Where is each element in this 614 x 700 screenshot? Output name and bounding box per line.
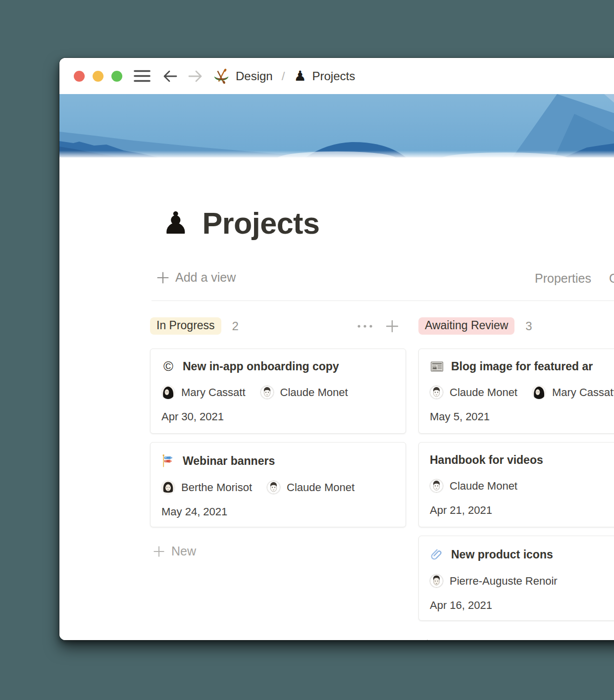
avatar-pierre-auguste-renoir [430,574,443,588]
canoe-icon [213,68,230,84]
paperclip-icon [430,547,444,562]
avatar-claude-monet [430,386,443,399]
zoom-window-button[interactable] [111,71,122,82]
window-titlebar: Design / ♟ Projects [59,58,614,94]
group-by-button[interactable]: Group byStatus [609,271,614,286]
card-date: May 5, 2021 [430,410,614,423]
card-title: New product icons [451,548,553,561]
person-name: Pierre-Auguste Renoir [450,575,558,588]
card-date: May 24, 2021 [161,505,395,518]
avatar-claude-monet [267,481,280,494]
board-column-in-progress: In Progress 2 © New in-app onboarding co… [150,317,406,640]
add-card-label: New [171,544,196,558]
column-header: In Progress 2 [150,317,406,335]
card-new-in-app-onboarding-copy[interactable]: © New in-app onboarding copy Mary Cassat… [150,349,406,434]
copyright-icon: © [161,360,175,373]
person-name: Mary Cassatt [552,386,614,399]
breadcrumb-workspace[interactable]: Design [236,69,273,83]
card-title: Webinar banners [183,454,275,468]
card-title: Blog image for featured ar [451,360,593,373]
avatar-claude-monet [260,386,274,399]
card-title: Handbook for videos [430,453,543,467]
column-count: 2 [232,319,239,333]
column-more-icon[interactable] [357,324,373,329]
card-date: Apr 21, 2021 [430,504,614,517]
close-window-button[interactable] [74,71,85,82]
toolbar-divider [152,300,614,301]
pawn-icon[interactable]: ♟ [162,208,190,239]
card-title: New in-app onboarding copy [183,360,339,373]
view-toolbar: Add a view Properties Group byStatus [156,270,614,291]
app-window: Design / ♟ Projects [59,58,614,640]
add-view-label: Add a view [175,270,236,285]
page-header: ♟ Projects [162,206,319,241]
page-title[interactable]: Projects [203,206,320,241]
person-name: Mary Cassatt [181,386,246,399]
plus-icon [153,546,165,557]
carp-streamer-icon [161,453,175,468]
person-name: Claude Monet [280,386,348,399]
card-webinar-banners[interactable]: Webinar banners Berthe Morisot [150,442,406,527]
breadcrumb-page[interactable]: Projects [312,69,356,83]
person: Berthe Morisot [161,481,252,494]
person-name: Claude Monet [450,386,517,399]
minimize-window-button[interactable] [93,71,103,82]
avatar-mary-cassatt [161,386,175,399]
card-blog-image-for-featured-article[interactable]: Blog image for featured ar Claude Monet [418,349,614,434]
card-date: Apr 16, 2021 [430,599,614,612]
group-by-label: Group by [609,271,614,285]
person-name: Claude Monet [450,480,517,493]
avatar-berthe-morisot [161,481,175,494]
forward-arrow-icon[interactable] [187,69,203,84]
person: Claude Monet [260,386,348,399]
card-handbook-for-videos[interactable]: Handbook for videos Claude Monet Apr 21,… [418,442,614,527]
plus-icon [156,271,169,284]
board-column-awaiting-review: Awaiting Review 3 Blog image for feature… [418,317,614,640]
newspaper-icon [430,360,444,373]
avatar-mary-cassatt [532,386,546,399]
column-count: 3 [525,319,532,333]
person: Mary Cassatt [161,386,246,399]
person: Claude Monet [430,386,517,399]
breadcrumb-separator: / [282,69,285,83]
column-header: Awaiting Review 3 [418,317,614,335]
card-new-product-icons[interactable]: New product icons Pierre-Auguste Renoir … [418,536,614,621]
add-card-label: New [440,638,464,640]
status-badge[interactable]: In Progress [150,317,221,335]
add-card-button[interactable]: New [418,638,614,640]
person: Mary Cassatt [532,386,614,399]
person: Claude Monet [267,481,355,494]
person-name: Berthe Morisot [181,481,252,494]
avatar-claude-monet [430,479,443,493]
back-arrow-icon[interactable] [162,69,178,84]
status-badge[interactable]: Awaiting Review [418,317,514,335]
person-name: Claude Monet [287,481,355,494]
column-add-icon[interactable] [385,319,399,333]
person: Claude Monet [430,479,517,493]
traffic-lights [74,71,122,82]
page-cover-image[interactable] [59,94,614,157]
kanban-board: In Progress 2 © New in-app onboarding co… [150,317,614,640]
pawn-icon: ♟ [294,69,306,83]
add-view-button[interactable]: Add a view [156,270,236,285]
add-card-button[interactable]: New [150,544,406,558]
sidebar-menu-icon[interactable] [134,69,151,83]
plus-icon [421,639,433,641]
page-body: ♟ Projects Add a view Properties Group b… [59,157,614,640]
properties-button[interactable]: Properties [535,271,591,286]
card-date: Apr 30, 2021 [161,410,395,423]
person: Pierre-Auguste Renoir [430,574,558,588]
